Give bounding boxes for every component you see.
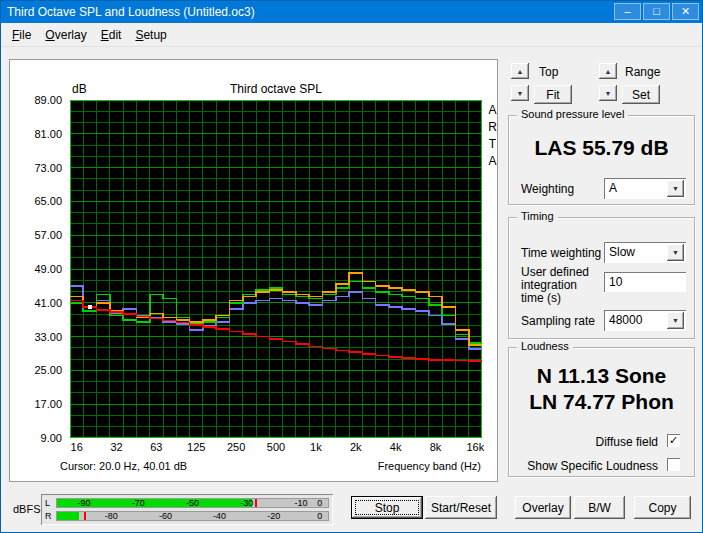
x-axis-label: Frequency band (Hz) [378,460,481,472]
window-title: Third Octave SPL and Loudness (Untitled.… [7,5,255,19]
combo-arrow-icon: ▼ [672,317,679,324]
meter-tick-label: 0 [317,511,322,521]
meter-bar: -90-70-50-30-100 [56,498,329,508]
stop-button-label: Stop [375,501,400,515]
meter-row: L-90-70-50-30-100 [45,497,329,508]
timing-group: Timing Time weighting Slow ▼ User define… [508,217,695,339]
arta-watermark-letter: R [486,119,499,136]
weighting-select[interactable]: A ▼ [604,178,686,199]
loudness-group-title: Loudness [517,340,573,352]
meter-bar: -80-60-40-200 [56,511,329,521]
y-tick-label: 89.00 [8,94,62,106]
y-tick-label: 25.00 [8,364,62,376]
y-tick-label: 17.00 [8,398,62,410]
minimize-icon: – [624,5,630,17]
time-weighting-label: Time weighting [521,246,601,260]
set-button-label: Set [632,88,650,102]
spl-group-title: Sound pressure level [517,108,628,120]
menu-overlay[interactable]: Overlay [38,26,93,44]
x-axis-ticks: 1632631252505001k2k4k8k16k [70,441,482,454]
caption-buttons: – □ ✕ [614,3,699,20]
y-tick-label: 57.00 [8,229,62,241]
bw-button[interactable]: B/W [574,496,625,519]
meter-level-fill [57,512,79,520]
x-tick-label: 32 [102,441,132,453]
spl-group: Sound pressure level LAS 55.79 dB Weight… [508,115,695,205]
specific-loudness-label: Show Specific Loudness [527,459,658,473]
chevron-down-icon[interactable]: ▼ [667,180,684,197]
combo-arrow-icon: ▼ [672,249,679,256]
sampling-rate-label: Sampling rate [521,314,595,328]
spl-value: LAS 55.79 dB [509,136,694,160]
level-meter: L-90-70-50-30-100R-80-60-40-200 [41,494,333,525]
sampling-rate-select[interactable]: 48000 ▼ [604,310,686,331]
set-button[interactable]: Set [622,85,660,104]
integration-time-label: User defined integration time (s) [521,266,603,305]
y-tick-label: 33.00 [8,331,62,343]
diffuse-field-checkbox[interactable]: ✓ [667,434,680,447]
fit-button[interactable]: Fit [534,85,572,104]
meter-channel-label: R [45,511,56,521]
spl-plot[interactable] [70,100,482,438]
phon-value: LN 74.77 Phon [509,390,694,414]
integration-time-input[interactable] [604,272,686,292]
timing-group-title: Timing [517,210,558,222]
start-reset-button[interactable]: Start/Reset [425,496,497,519]
dbfs-label: dBFS [13,503,41,515]
cursor-marker[interactable] [88,305,92,309]
x-tick-label: 16k [460,441,490,453]
arta-watermark-letter: T [486,136,499,153]
diffuse-field-label: Diffuse field [596,435,658,449]
x-tick-label: 250 [221,441,251,453]
meter-row: R-80-60-40-200 [45,510,329,521]
y-tick-label: 49.00 [8,263,62,275]
close-icon: ✕ [681,5,690,17]
minimize-button[interactable]: – [614,3,641,20]
title-bar: Third Octave SPL and Loudness (Untitled.… [1,1,702,23]
range-up-button[interactable]: ▲ [599,63,617,79]
range-label: Range [625,65,660,79]
meter-channel-label: L [45,498,56,508]
chevron-down-icon[interactable]: ▼ [667,244,684,261]
meter-tick-label: -40 [213,511,226,521]
grid-major [70,134,482,404]
combo-arrow-icon: ▼ [672,185,679,192]
meter-peak-indicator [84,512,86,520]
copy-button[interactable]: Copy [634,496,691,519]
meter-tick-label: -60 [159,511,172,521]
top-up-button[interactable]: ▲ [511,63,529,79]
y-axis-ticks: 89.0081.0073.0065.0057.0049.0041.0033.00… [10,100,64,438]
time-weighting-select[interactable]: Slow ▼ [604,242,686,263]
arta-watermark: ARTA [486,102,499,170]
maximize-icon: □ [653,5,660,17]
x-tick-label: 1k [301,441,331,453]
meter-tick-label: -70 [132,498,145,508]
meter-peak-indicator [255,499,257,507]
sampling-rate-value: 48000 [609,313,642,327]
meter-tick-label: 0 [317,498,322,508]
menu-edit[interactable]: Edit [94,26,129,44]
top-label: Top [539,65,558,79]
chevron-down-icon[interactable]: ▼ [667,312,684,329]
x-tick-label: 63 [141,441,171,453]
top-down-button[interactable]: ▼ [511,85,529,101]
close-button[interactable]: ✕ [672,3,699,20]
maximize-button[interactable]: □ [643,3,670,20]
menu-setup[interactable]: Setup [128,26,173,44]
x-tick-label: 500 [261,441,291,453]
time-weighting-value: Slow [609,245,635,259]
range-down-button[interactable]: ▼ [599,85,617,101]
menu-file[interactable]: File [5,26,38,44]
overlay-button[interactable]: Overlay [515,496,571,519]
x-tick-label: 8k [420,441,450,453]
meter-tick-label: -20 [267,511,280,521]
arta-watermark-letter: A [486,102,499,119]
spin-up-icon: ▲ [605,68,612,75]
specific-loudness-checkbox[interactable] [667,458,680,471]
stop-button[interactable]: Stop [351,496,423,519]
meter-tick-label: -50 [186,498,199,508]
copy-button-label: Copy [648,501,676,515]
spin-down-icon: ▼ [517,90,524,97]
bw-button-label: B/W [588,501,611,515]
sone-value: N 11.13 Sone [509,364,694,388]
